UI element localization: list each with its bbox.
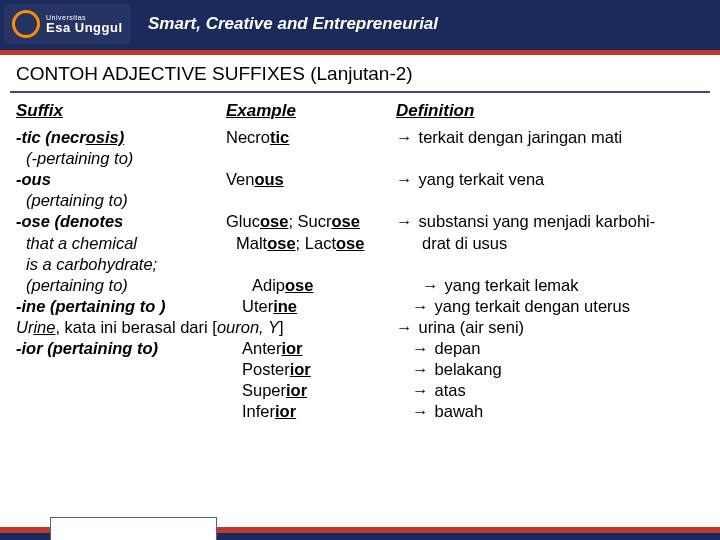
arrow-icon: → (412, 359, 430, 380)
row-urine: Urine, kata ini berasal dari [ouron, Y] … (16, 317, 704, 338)
footer-bar (0, 527, 720, 540)
row-adipose: (pertaining to) Adipose → yang terkait l… (16, 275, 704, 296)
head-suffix: Suffix (16, 101, 226, 121)
header-bar: Universitas Esa Unggul Smart, Creative a… (0, 0, 720, 50)
footer-box (50, 517, 217, 540)
logo-big-text: Esa Unggul (46, 21, 123, 34)
tagline: Smart, Creative and Entrepreneurial (148, 14, 438, 34)
arrow-icon: → (396, 317, 414, 338)
arrow-icon: → (412, 296, 430, 317)
row-ior-3: Superior → atas (16, 380, 704, 401)
row-ous: -ous Venous → yang terkait vena (16, 169, 704, 190)
head-example: Example (226, 101, 396, 121)
row-ior-1: -ior (pertaining to) Anterior → depan (16, 338, 704, 359)
arrow-icon: → (396, 169, 414, 190)
row-tic-note: (-pertaining to) (16, 148, 704, 169)
row-tic: -tic (necrosis) Necrotic → terkait denga… (16, 127, 704, 148)
row-ous-note: (pertaining to) (16, 190, 704, 211)
arrow-icon: → (412, 401, 430, 422)
content-body: -tic (necrosis) Necrotic → terkait denga… (0, 127, 720, 423)
arrow-icon: → (396, 211, 414, 232)
head-definition: Definition (396, 101, 704, 121)
row-ior-2: Posterior → belakang (16, 359, 704, 380)
arrow-icon: → (412, 338, 430, 359)
row-ose-1: -ose (denotes Glucose; Sucrose → substan… (16, 211, 704, 232)
arrow-icon: → (422, 275, 440, 296)
slide-title: CONTOH ADJECTIVE SUFFIXES (Lanjutan-2) (10, 63, 413, 84)
row-ine: -ine (pertaining to ) Uterine → yang ter… (16, 296, 704, 317)
arrow-icon: → (412, 380, 430, 401)
logo: Universitas Esa Unggul (4, 4, 131, 44)
logo-ring-icon (12, 10, 40, 38)
arrow-icon: → (396, 127, 414, 148)
title-area: CONTOH ADJECTIVE SUFFIXES (Lanjutan-2) (0, 55, 720, 97)
row-ior-4: Inferior → bawah (16, 401, 704, 422)
column-headers: Suffix Example Definition (0, 97, 720, 127)
row-ose-3: is a carbohydrate; (16, 254, 704, 275)
row-ose-2: that a chemical Maltose; Lactose drat di… (16, 233, 704, 254)
